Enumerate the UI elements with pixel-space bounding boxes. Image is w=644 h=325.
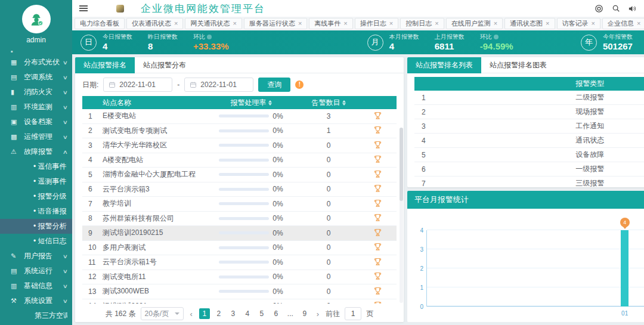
sidebar-item[interactable]: 报警分析	[0, 219, 72, 234]
table-row[interactable]: 4 通讯状态 0	[414, 134, 644, 148]
page-button[interactable]: 5	[256, 308, 267, 319]
trophy-icon[interactable]	[358, 140, 397, 151]
sidebar-item[interactable]: ▣ 设备档案 ∨	[0, 114, 72, 129]
nav-tab[interactable]: 离线事件 ×	[309, 18, 352, 29]
nav-tab[interactable]: 网关通讯状态 ×	[185, 18, 242, 29]
target-icon[interactable]	[595, 4, 603, 13]
nav-tab[interactable]: 服务器运行状态 ×	[244, 18, 307, 29]
table-row[interactable]: 2 测试变电所专项测试 0% 1	[82, 124, 397, 139]
table-row[interactable]: 1 二级报警 3	[414, 91, 644, 105]
sidebar-item[interactable]: ✎ 用户报告 ∨	[0, 249, 72, 264]
search-button[interactable]: 查询	[258, 78, 290, 92]
table-row[interactable]: 7 教学培训 0% 0	[82, 197, 397, 212]
info-icon[interactable]	[295, 81, 304, 89]
goto-page-input[interactable]	[345, 307, 361, 320]
page-button[interactable]: 4	[242, 308, 253, 319]
trophy-icon[interactable]	[358, 111, 397, 122]
sidebar-item[interactable]: ▥ 环境监测 ∨	[0, 100, 72, 114]
trophy-icon[interactable]	[358, 154, 397, 165]
start-date-input[interactable]: 2022-11-01	[103, 78, 172, 92]
search-icon[interactable]	[611, 4, 620, 13]
sidebar-item[interactable]: ⚒ 系统设置 ∨	[0, 293, 72, 308]
trophy-icon[interactable]	[358, 125, 397, 136]
panel-tab[interactable]: 站点报警排名列表	[407, 57, 481, 73]
panel-tab[interactable]: 站点报警分布	[135, 57, 194, 73]
trophy-icon[interactable]	[358, 169, 397, 180]
trophy-icon[interactable]	[358, 271, 397, 282]
nav-tab[interactable]: 仪表通讯状态 ×	[126, 18, 183, 29]
table-row[interactable]: 2 现场报警 1	[414, 105, 644, 119]
chart-bar[interactable]	[621, 230, 628, 307]
sidebar-item[interactable]: 遥信事件	[0, 159, 72, 174]
table-row[interactable]: 8 苏州群策科技有限公司 0% 0	[82, 212, 397, 227]
table-row[interactable]: 14 运维测试2021 0% 0	[82, 299, 397, 304]
table-row[interactable]: 12 测试变电所11 0% 0	[82, 270, 397, 285]
table-row[interactable]: 4 A楼变配电站 0% 0	[82, 153, 397, 168]
trophy-icon[interactable]	[358, 228, 397, 239]
table-row[interactable]: 11 云平台演示箱1号 0% 0	[82, 255, 397, 270]
sidebar-item[interactable]: ▤ 系统运行 ∨	[0, 264, 72, 278]
page-button[interactable]: 9	[299, 308, 310, 319]
avatar[interactable]	[22, 5, 51, 33]
table-row[interactable]: 3 清华大学光华路校区 0% 0	[82, 138, 397, 153]
table-row[interactable]: 13 测试3000WEB 0% 0	[82, 284, 397, 299]
sidebar-item[interactable]: ▪	[0, 48, 72, 55]
trophy-icon[interactable]	[358, 213, 397, 224]
trophy-icon[interactable]	[358, 286, 397, 297]
page-button[interactable]: ...	[285, 308, 296, 319]
menu-toggle-icon[interactable]	[79, 5, 88, 11]
close-icon[interactable]: ×	[343, 18, 347, 29]
volume-icon[interactable]	[628, 4, 637, 13]
trophy-icon[interactable]	[358, 199, 397, 209]
sidebar-item[interactable]: ▤ 空调系统 ∨	[0, 70, 72, 85]
scrollbar-thumb[interactable]	[400, 128, 403, 201]
trophy-icon[interactable]	[358, 242, 397, 253]
table-row[interactable]: 9 测试培训20190215 0% 0	[82, 226, 397, 241]
sidebar-item[interactable]: 第三方空调系统	[0, 308, 72, 323]
sort-icon[interactable]	[342, 100, 346, 106]
table-row[interactable]: 10 多用户表测试 0% 0	[82, 241, 397, 256]
table-row[interactable]: 5 淄博市金融中心大厦配电工程 0% 0	[82, 168, 397, 182]
page-button[interactable]: 1	[199, 308, 210, 319]
table-row[interactable]: 6 一级报警 0	[414, 162, 644, 177]
panel-tab[interactable]: 站点报警排名图表	[481, 57, 555, 73]
end-date-input[interactable]: 2022-11-01	[184, 78, 253, 92]
nav-tab[interactable]: 通讯状态图 ×	[504, 18, 555, 29]
close-icon[interactable]: ×	[546, 18, 549, 29]
sidebar-item[interactable]: 遥测事件	[0, 174, 72, 189]
page-size-select[interactable]: 20条/页	[141, 307, 184, 320]
sidebar-item[interactable]: 短信日志	[0, 234, 72, 249]
table-row[interactable]: 5 设备故障 0	[414, 148, 644, 162]
sidebar-item[interactable]: ▥ 基础信息 ∨	[0, 278, 72, 293]
next-page-button[interactable]	[315, 309, 321, 318]
nav-tab[interactable]: 电力综合看板 ×	[75, 18, 125, 29]
sidebar-item[interactable]: 报警分级	[0, 189, 72, 204]
sidebar-item[interactable]: ▮ 消防火灾 ∨	[0, 85, 72, 100]
sidebar-item[interactable]: ▩ 运维管理 ∨	[0, 129, 72, 144]
close-icon[interactable]: ×	[592, 18, 595, 29]
trophy-icon[interactable]	[358, 184, 397, 194]
trophy-icon[interactable]	[358, 301, 397, 304]
page-button[interactable]: 3	[228, 308, 239, 319]
nav-tab[interactable]: 操作日志 ×	[355, 18, 398, 29]
close-icon[interactable]: ×	[435, 18, 438, 29]
page-button[interactable]: 2	[213, 308, 224, 319]
close-icon[interactable]: ×	[494, 18, 497, 29]
nav-tab[interactable]: 控制日志 ×	[400, 18, 444, 29]
nav-tab[interactable]: 企业信息 ×	[602, 18, 644, 29]
panel-tab[interactable]: 站点报警排名	[75, 57, 135, 73]
close-icon[interactable]: ×	[233, 18, 236, 29]
sort-icon[interactable]	[268, 100, 272, 106]
trophy-icon[interactable]	[358, 257, 397, 268]
nav-tab[interactable]: 访客记录 ×	[557, 18, 600, 29]
page-button[interactable]: 6	[271, 308, 281, 319]
sidebar-item[interactable]: ▦ 分布式光伏 ∨	[0, 55, 72, 70]
nav-tab[interactable]: 在线用户监测 ×	[446, 18, 503, 29]
close-icon[interactable]: ×	[298, 18, 302, 29]
prev-page-button[interactable]	[188, 309, 194, 318]
app-logo-icon[interactable]	[116, 5, 124, 13]
table-row[interactable]: 6 云平台演示箱3 0% 0	[82, 182, 397, 197]
close-icon[interactable]: ×	[389, 18, 393, 29]
sidebar-item[interactable]: 语音播报	[0, 204, 72, 219]
sidebar-item[interactable]: ⚠ 故障报警 ∧	[0, 144, 72, 159]
